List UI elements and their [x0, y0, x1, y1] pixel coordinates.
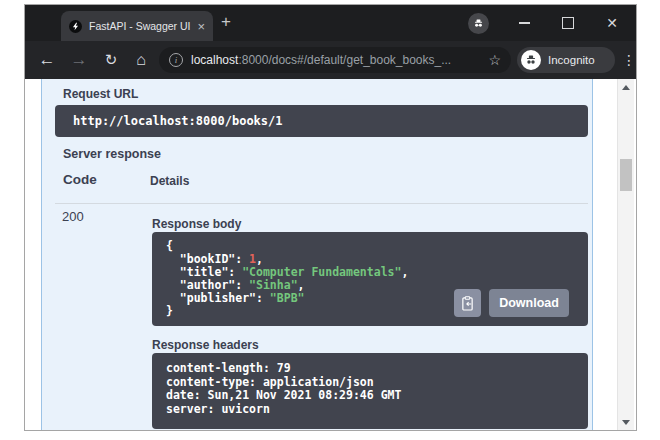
swagger-page: Request URL http://localhost:8000/books/…: [25, 79, 636, 431]
vertical-scrollbar[interactable]: [617, 79, 634, 431]
browser-window: FastAPI - Swagger UI × + ✕ ← → ↻ ⌂ i loc…: [24, 4, 637, 431]
fastapi-favicon-icon: [69, 20, 82, 33]
tab-title: FastAPI - Swagger UI: [89, 20, 191, 32]
response-body-box: { "bookID": 1, "title": "Computer Fundam…: [152, 232, 588, 326]
url-path: :8000/docs#/default/get_book_books_...: [238, 53, 451, 67]
minimize-icon[interactable]: [519, 22, 530, 24]
details-column-header: Details: [150, 174, 189, 188]
request-url-box: http://localhost:8000/books/1: [55, 105, 588, 137]
scroll-down-icon[interactable]: [622, 420, 630, 425]
maximize-icon[interactable]: [562, 17, 574, 29]
swagger-operation-panel: Request URL http://localhost:8000/books/…: [41, 79, 593, 431]
response-body-label: Response body: [152, 217, 241, 231]
bookmark-star-icon[interactable]: ☆: [488, 52, 501, 68]
response-headers-label: Response headers: [152, 338, 259, 352]
home-icon[interactable]: ⌂: [128, 41, 154, 79]
url-host: localhost: [191, 53, 238, 67]
request-url-label: Request URL: [63, 87, 138, 101]
response-headers-text: content-length: 79content-type: applicat…: [166, 362, 574, 416]
address-bar[interactable]: i localhost:8000/docs#/default/get_book_…: [159, 47, 511, 73]
response-headers-box: content-length: 79content-type: applicat…: [152, 353, 588, 429]
scroll-up-icon[interactable]: [622, 85, 630, 90]
copy-to-clipboard-button[interactable]: [454, 289, 481, 317]
code-column-header: Code: [63, 172, 97, 187]
request-url-value: http://localhost:8000/books/1: [73, 114, 283, 128]
browser-titlebar: FastAPI - Swagger UI × + ✕: [25, 5, 636, 41]
browser-tab[interactable]: FastAPI - Swagger UI ×: [61, 11, 213, 41]
url-text[interactable]: localhost:8000/docs#/default/get_book_bo…: [191, 53, 482, 67]
incognito-badge: Incognito: [517, 47, 615, 73]
incognito-spy-icon: [521, 50, 541, 70]
reload-icon[interactable]: ↻: [98, 41, 124, 79]
server-response-label: Server response: [63, 147, 161, 161]
status-code: 200: [62, 209, 84, 224]
browser-menu-icon[interactable]: ⋮: [621, 41, 637, 79]
window-close-icon[interactable]: ✕: [606, 16, 618, 30]
window-controls: ✕: [468, 5, 636, 41]
browser-toolbar: ← → ↻ ⌂ i localhost:8000/docs#/default/g…: [25, 41, 636, 79]
scrollbar-thumb[interactable]: [620, 159, 632, 191]
back-icon[interactable]: ←: [34, 41, 60, 79]
incognito-label: Incognito: [548, 54, 595, 66]
tab-close-icon[interactable]: ×: [197, 20, 205, 33]
incognito-profile-icon[interactable]: [468, 13, 489, 34]
forward-icon[interactable]: →: [66, 41, 92, 79]
page-info-icon[interactable]: i: [169, 53, 183, 67]
new-tab-icon[interactable]: +: [221, 13, 231, 30]
download-button[interactable]: Download: [489, 289, 569, 317]
screenshot-canvas: FastAPI - Swagger UI × + ✕ ← → ↻ ⌂ i loc…: [0, 0, 660, 440]
table-divider: [55, 203, 588, 204]
